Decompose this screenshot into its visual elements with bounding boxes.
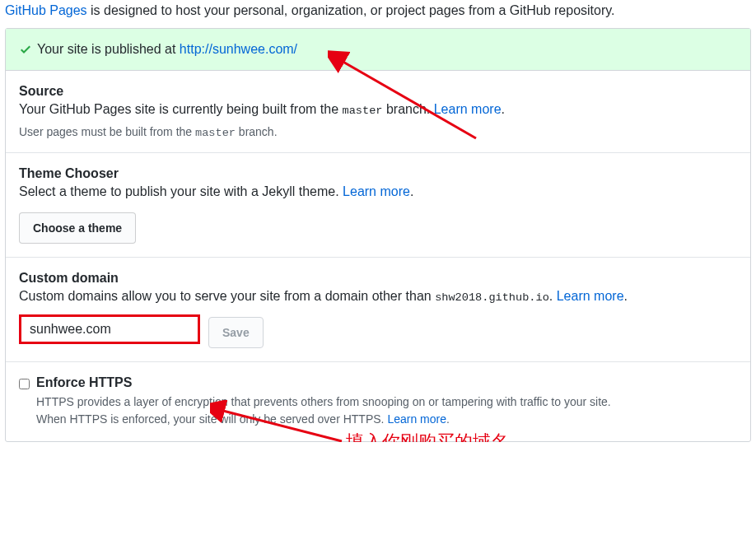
- settings-panel: Your site is published at http://sunhwee…: [5, 28, 751, 442]
- custom-domain-desc: Custom domains allow you to serve your s…: [19, 289, 737, 304]
- custom-domain-section: Custom domain Custom domains allow you t…: [6, 258, 750, 362]
- default-domain: shw2018.github.io: [435, 291, 549, 304]
- custom-domain-input[interactable]: [19, 314, 200, 344]
- published-url-link[interactable]: http://sunhwee.com/: [180, 42, 297, 56]
- source-section: Source Your GitHub Pages site is current…: [6, 71, 750, 153]
- theme-section: Theme Chooser Select a theme to publish …: [6, 153, 750, 258]
- note-branch-name: master: [195, 127, 236, 139]
- theme-heading: Theme Chooser: [19, 166, 737, 181]
- https-learn-more-link[interactable]: Learn more: [387, 412, 446, 426]
- flash-prefix: Your site is published at: [37, 42, 180, 56]
- custom-domain-learn-more-link[interactable]: Learn more: [557, 289, 624, 303]
- choose-theme-button[interactable]: Choose a theme: [19, 212, 136, 244]
- source-learn-more-link[interactable]: Learn more: [434, 102, 502, 116]
- source-heading: Source: [19, 84, 737, 99]
- enforce-https-heading: Enforce HTTPS: [36, 375, 737, 390]
- enforce-https-section: Enforce HTTPS HTTPS provides a layer of …: [6, 362, 750, 441]
- check-icon: [19, 43, 32, 56]
- enforce-https-detail: HTTPS provides a layer of encryption tha…: [36, 393, 737, 428]
- github-pages-link[interactable]: GitHub Pages: [5, 3, 87, 17]
- save-button[interactable]: Save: [208, 317, 264, 348]
- intro-text: GitHub Pages is designed to host your pe…: [0, 0, 756, 28]
- published-flash: Your site is published at http://sunhwee…: [6, 29, 750, 71]
- source-note: User pages must be built from the master…: [19, 125, 737, 139]
- branch-name: master: [343, 105, 383, 117]
- source-desc: Your GitHub Pages site is currently bein…: [19, 102, 737, 117]
- theme-desc: Select a theme to publish your site with…: [19, 184, 737, 199]
- intro-rest: is designed to host your personal, organ…: [87, 3, 615, 17]
- theme-learn-more-link[interactable]: Learn more: [343, 184, 410, 198]
- custom-domain-heading: Custom domain: [19, 271, 737, 286]
- enforce-https-checkbox[interactable]: [19, 379, 30, 389]
